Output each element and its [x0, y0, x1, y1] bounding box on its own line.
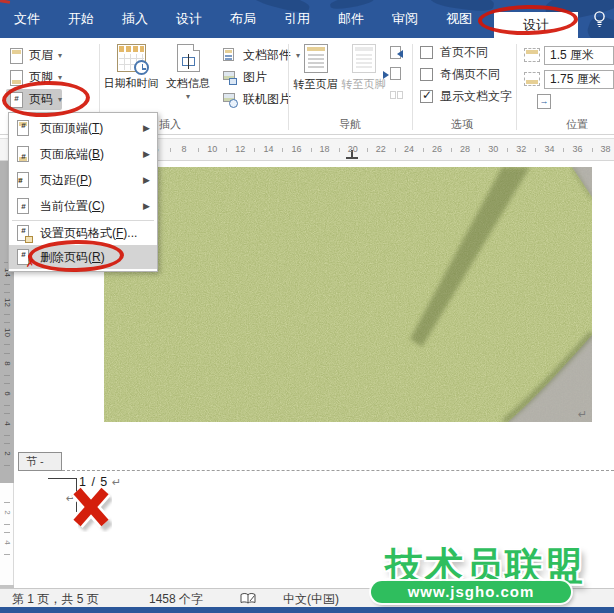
- tab-home[interactable]: 开始: [54, 0, 108, 38]
- word-count-status[interactable]: 1458 个字: [149, 591, 203, 608]
- pictures-label: 图片: [243, 69, 267, 86]
- ruler-tick: [563, 148, 564, 152]
- ruler-tick: [4, 405, 10, 406]
- checkbox-box[interactable]: [420, 46, 433, 59]
- online-pictures-icon: [222, 92, 237, 107]
- ruler-tick: [4, 524, 10, 525]
- ruler-tick: [170, 148, 171, 152]
- red-x-annotation: [64, 482, 120, 536]
- pictures-button[interactable]: 图片: [218, 67, 267, 88]
- ruler-tick: [198, 148, 199, 152]
- goto-header-label: 转至页眉: [294, 77, 338, 92]
- insert-alignment-tab-icon[interactable]: →: [537, 94, 551, 109]
- checkbox-label: 首页不同: [440, 44, 488, 61]
- header-icon: [10, 48, 23, 64]
- group-separator: [412, 44, 413, 130]
- group-separator: [516, 44, 517, 130]
- options-group-label: 选项: [432, 117, 492, 132]
- page-info-status[interactable]: 第 1 页，共 5 页: [12, 591, 99, 608]
- ruler-number: 34: [541, 144, 557, 154]
- checkbox-different-odd-even[interactable]: 奇偶页不同: [420, 66, 500, 83]
- ruler-tick: [4, 322, 10, 323]
- vertical-ruler-footer-area: [0, 483, 14, 585]
- ruler-tick: [339, 148, 340, 152]
- ruler-tick: [4, 375, 10, 376]
- checkbox-box[interactable]: [420, 68, 433, 81]
- ruler-number: 22: [373, 144, 389, 154]
- book-proofing-icon[interactable]: [240, 592, 256, 608]
- menu-item-current-position[interactable]: #当前位置(C)▶: [9, 193, 157, 219]
- center-tab-marker-base: [346, 157, 358, 159]
- goto-header-icon: [304, 44, 328, 73]
- menu-item-page-bottom[interactable]: #页面底端(B)▶: [9, 141, 157, 167]
- header-button-label: 页眉: [29, 47, 53, 64]
- tab-file[interactable]: 文件: [0, 0, 54, 38]
- ruler-tick: [367, 148, 368, 152]
- ruler-tick: [479, 148, 480, 152]
- footer-margin-mark-horizontal: [48, 478, 77, 479]
- tab-insert[interactable]: 插入: [108, 0, 162, 38]
- ruler-number: 30: [485, 144, 501, 154]
- format-page-number-icon: #: [16, 225, 31, 242]
- ruler-number: 28: [457, 144, 473, 154]
- submenu-arrow-icon: ▶: [143, 175, 150, 185]
- ruler-tick: [4, 443, 10, 444]
- ruler-number: 36: [570, 144, 586, 154]
- ruler-tick: [226, 148, 227, 152]
- options-checkboxes: 首页不同奇偶页不同✓显示文档文字: [420, 44, 516, 114]
- ruler-tick: [451, 148, 452, 152]
- checkbox-different-first-page[interactable]: 首页不同: [420, 44, 488, 61]
- goto-header-button[interactable]: 转至页眉: [292, 44, 339, 112]
- tab-layout[interactable]: 布局: [216, 0, 270, 38]
- ruler-tick: [4, 292, 10, 293]
- quick-parts-icon: [222, 48, 237, 63]
- tab-mailings[interactable]: 邮件: [324, 0, 378, 38]
- footer-icon: [10, 70, 23, 86]
- menu-separator: [12, 220, 154, 221]
- tab-references[interactable]: 引用: [270, 0, 324, 38]
- submenu-arrow-icon: ▶: [143, 149, 150, 159]
- ruler-tick: [4, 344, 10, 345]
- date-time-button[interactable]: 日期和时间: [102, 44, 160, 112]
- document-info-button[interactable]: 文档信息 ▾: [161, 44, 215, 112]
- ruler-tick: [4, 554, 10, 555]
- ruler-number: 8: [176, 144, 192, 154]
- header-button[interactable]: 页眉▾: [6, 45, 62, 66]
- ruler-tick: [4, 353, 10, 354]
- ruler-number: 4: [3, 418, 12, 430]
- tab-design[interactable]: 设计: [162, 0, 216, 38]
- footer-boundary-dashed-line: [62, 470, 614, 471]
- language-status[interactable]: 中文(中国): [283, 591, 339, 608]
- calendar-clock-icon: [117, 44, 146, 72]
- menu-item-page-top[interactable]: #页面顶端(T)▶: [9, 115, 157, 141]
- top-page-number-icon: #: [16, 120, 31, 137]
- checkbox-show-doc-text[interactable]: ✓显示文档文字: [420, 88, 512, 105]
- header-from-top-field[interactable]: 1.5 厘米: [544, 46, 614, 65]
- ruler-tick: [4, 413, 10, 414]
- ruler-number: 38: [598, 144, 614, 154]
- tell-me-lightbulb-icon[interactable]: [592, 10, 607, 33]
- ruler-tick: [311, 148, 312, 152]
- ruler-number: 26: [429, 144, 445, 154]
- ruler-tick: [4, 532, 10, 533]
- pictures-icon: [222, 70, 237, 85]
- submenu-arrow-icon: ▶: [143, 123, 150, 133]
- footer-from-bottom-field[interactable]: 1.75 厘米: [544, 70, 614, 89]
- ruler-tick: [4, 383, 10, 384]
- ruler-number: 2: [3, 448, 12, 460]
- document-grass-image[interactable]: [104, 167, 592, 422]
- checkbox-box[interactable]: ✓: [420, 90, 433, 103]
- menu-item-page-margins[interactable]: #页边距(P)▶: [9, 167, 157, 193]
- ruler-tick: [535, 148, 536, 152]
- ruler-tick: [282, 148, 283, 152]
- menu-item-label: 当前位置(C): [40, 198, 105, 215]
- word-window: 文件开始插入设计布局引用邮件审阅视图设计 页眉▾ 页脚▾ # 页码▾ 日期和时间…: [0, 0, 614, 613]
- ruler-tick: [4, 284, 10, 285]
- tab-review[interactable]: 审阅: [378, 0, 432, 38]
- ruler-number: 4: [3, 537, 12, 549]
- online-pictures-label: 联机图片: [243, 91, 291, 108]
- submenu-arrow-icon: ▶: [143, 201, 150, 211]
- online-pictures-button[interactable]: 联机图片: [218, 89, 291, 110]
- ruler-tick: [423, 148, 424, 152]
- ruler-number: 12: [3, 297, 12, 309]
